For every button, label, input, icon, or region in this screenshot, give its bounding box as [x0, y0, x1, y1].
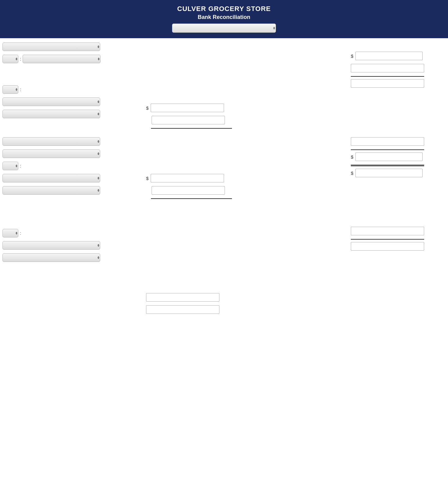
left-select-1[interactable]	[2, 42, 100, 51]
header: CULVER GROCERY STORE Bank Reconciliation	[0, 0, 448, 38]
left-select-3-wrapper	[2, 85, 18, 94]
left-select-10-wrapper	[2, 186, 100, 195]
middle-section-3	[146, 293, 351, 314]
left-select-2b[interactable]	[23, 55, 101, 63]
middle-amount-row-1: $	[146, 104, 351, 112]
left-select-7[interactable]	[2, 149, 100, 158]
left-select-2a-wrapper	[2, 55, 18, 63]
dollar-sign-1: $	[146, 105, 149, 111]
left-select-8[interactable]	[2, 162, 18, 170]
left-row-11: :	[2, 229, 112, 237]
middle-input-3[interactable]	[151, 174, 224, 182]
right-input-2[interactable]	[351, 64, 424, 72]
right-underline-2	[351, 149, 424, 150]
left-select-12[interactable]	[2, 241, 100, 250]
left-select-2a[interactable]	[2, 55, 18, 63]
right-dollar-1: $	[351, 53, 353, 59]
left-select-6[interactable]	[2, 137, 100, 146]
left-select-2b-wrapper	[23, 55, 101, 63]
left-select-9-wrapper	[2, 174, 100, 182]
left-select-8-wrapper	[2, 162, 18, 170]
right-underline-1	[351, 76, 424, 77]
middle-amount-row-2: $	[146, 174, 351, 182]
right-dollar-2: $	[351, 154, 353, 160]
left-select-13[interactable]	[2, 253, 100, 262]
middle-section-2: $	[146, 174, 351, 199]
right-input-8[interactable]	[351, 242, 424, 251]
left-select-13-wrapper	[2, 253, 100, 262]
colon-2: :	[20, 87, 21, 92]
middle-input-2[interactable]	[152, 116, 225, 124]
middle-input-6[interactable]	[146, 305, 219, 314]
middle-input-1[interactable]	[151, 104, 224, 112]
right-row-4	[351, 137, 446, 146]
left-select-11[interactable]	[2, 229, 18, 237]
left-select-5-wrapper	[2, 110, 100, 118]
left-row-8: :	[2, 162, 112, 170]
right-row-2	[351, 64, 446, 72]
left-select-4[interactable]	[2, 97, 100, 106]
right-row-7	[351, 227, 446, 235]
right-double-underline-1	[351, 165, 424, 166]
right-underline-3	[351, 239, 424, 240]
top-dropdown[interactable]	[172, 24, 276, 33]
right-input-6[interactable]	[355, 169, 423, 177]
left-select-6-wrapper	[2, 137, 100, 146]
middle-section-1: $	[146, 104, 351, 129]
left-column: : :	[2, 42, 116, 318]
middle-column: $ $	[116, 42, 351, 318]
left-select-10[interactable]	[2, 186, 100, 195]
colon-3: :	[20, 163, 21, 168]
left-row-10	[2, 186, 112, 195]
right-row-1: $	[351, 52, 446, 60]
right-row-3	[351, 79, 446, 88]
left-row-2: :	[2, 55, 112, 63]
left-row-5	[2, 110, 112, 118]
left-row-13	[2, 253, 112, 262]
right-row-8	[351, 242, 446, 251]
underline-1	[151, 128, 232, 129]
right-row-5: $	[351, 152, 446, 161]
page-subtitle: Bank Reconciliation	[0, 14, 448, 20]
left-row-7	[2, 149, 112, 158]
top-dropdown-wrapper	[172, 24, 276, 33]
middle-plain-row-3	[146, 293, 351, 302]
middle-plain-row-1	[146, 116, 351, 124]
middle-input-5[interactable]	[146, 293, 219, 302]
left-select-11-wrapper	[2, 229, 18, 237]
colon-1: :	[20, 57, 21, 61]
right-input-3[interactable]	[351, 79, 424, 88]
left-select-3[interactable]	[2, 85, 18, 94]
left-row-9	[2, 174, 112, 182]
right-input-5[interactable]	[355, 152, 423, 161]
left-select-5[interactable]	[2, 110, 100, 118]
left-row-4	[2, 97, 112, 106]
right-column: $ $	[351, 42, 446, 318]
middle-input-4[interactable]	[152, 186, 225, 195]
left-select-7-wrapper	[2, 149, 100, 158]
right-input-7[interactable]	[351, 227, 424, 235]
left-select-1-wrapper	[2, 42, 100, 51]
dollar-sign-2: $	[146, 176, 149, 181]
right-dollar-3: $	[351, 171, 353, 176]
left-row-3: :	[2, 85, 112, 94]
left-select-9[interactable]	[2, 174, 100, 182]
left-select-4-wrapper	[2, 97, 100, 106]
right-input-4[interactable]	[351, 137, 424, 146]
left-select-12-wrapper	[2, 241, 100, 250]
middle-plain-row-2	[146, 186, 351, 195]
right-row-6: $	[351, 169, 446, 177]
right-input-1[interactable]	[355, 52, 423, 60]
underline-2	[151, 198, 232, 199]
colon-4: :	[20, 231, 21, 236]
left-row-1	[2, 42, 112, 51]
left-row-6	[2, 137, 112, 146]
middle-plain-row-4	[146, 305, 351, 314]
left-row-12	[2, 241, 112, 250]
store-name: CULVER GROCERY STORE	[0, 5, 448, 13]
